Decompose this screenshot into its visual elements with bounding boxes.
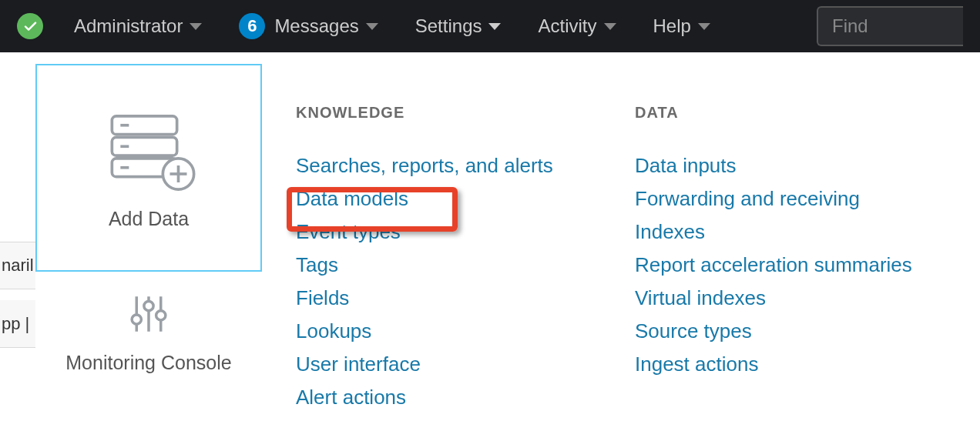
nav-activity-label: Activity (538, 15, 596, 37)
bg-row-1: naril (0, 242, 39, 289)
nav-administrator[interactable]: Administrator (74, 0, 202, 52)
nav-help[interactable]: Help (653, 0, 710, 52)
add-data-icon (99, 106, 199, 191)
link-searches-reports-alerts[interactable]: Searches, reports, and alerts (296, 154, 553, 177)
link-user-interface[interactable]: User interface (296, 352, 421, 376)
global-search[interactable] (817, 6, 963, 46)
knowledge-header: KNOWLEDGE (296, 104, 635, 122)
link-tags[interactable]: Tags (296, 253, 338, 276)
status-ok-icon[interactable] (17, 13, 43, 39)
tile-monitoring-console-label: Monitoring Console (65, 350, 231, 376)
link-data-inputs[interactable]: Data inputs (635, 154, 737, 177)
monitoring-console-icon (122, 287, 176, 341)
nav-administrator-label: Administrator (74, 15, 183, 37)
caret-down-icon (604, 23, 616, 30)
bg-row-2: pp | (0, 300, 39, 348)
nav-messages[interactable]: 6 Messages (239, 0, 378, 52)
dropdown-arrow-icon (498, 52, 519, 63)
tile-add-data-label: Add Data (109, 208, 189, 230)
caret-down-icon (698, 23, 710, 30)
nav-activity[interactable]: Activity (538, 0, 616, 52)
caret-down-icon (366, 23, 378, 30)
nav-settings-label: Settings (415, 15, 482, 37)
link-source-types[interactable]: Source types (635, 319, 752, 342)
messages-count-badge: 6 (239, 13, 265, 39)
nav-help-label: Help (653, 15, 691, 37)
tile-monitoring-console[interactable]: Monitoring Console (35, 272, 262, 376)
svg-point-13 (144, 301, 153, 310)
nav-messages-label: Messages (274, 15, 358, 37)
svg-point-14 (156, 311, 166, 320)
col-data: DATA Data inputs Forwarding and receivin… (635, 104, 974, 431)
link-alert-actions[interactable]: Alert actions (296, 386, 406, 409)
link-forwarding-receiving[interactable]: Forwarding and receiving (635, 187, 860, 210)
col-knowledge: KNOWLEDGE Searches, reports, and alerts … (296, 104, 635, 431)
link-indexes[interactable]: Indexes (635, 220, 705, 243)
nav-settings[interactable]: Settings (415, 0, 502, 52)
settings-dropdown: Add Data Monitoring Console KNOWLEDGE Se… (35, 64, 980, 431)
link-fields[interactable]: Fields (296, 286, 349, 309)
caret-down-icon (190, 23, 202, 30)
caret-down-icon (488, 23, 501, 30)
link-data-models[interactable]: Data models (296, 187, 408, 210)
link-event-types[interactable]: Event types (296, 220, 401, 243)
link-virtual-indexes[interactable]: Virtual indexes (635, 286, 766, 309)
search-input[interactable] (832, 15, 949, 37)
data-header: DATA (635, 104, 974, 122)
tile-add-data[interactable]: Add Data (35, 64, 262, 272)
link-report-accel-summaries[interactable]: Report acceleration summaries (635, 253, 912, 276)
svg-point-12 (132, 315, 141, 324)
link-lookups[interactable]: Lookups (296, 319, 371, 342)
link-ingest-actions[interactable]: Ingest actions (635, 352, 758, 376)
